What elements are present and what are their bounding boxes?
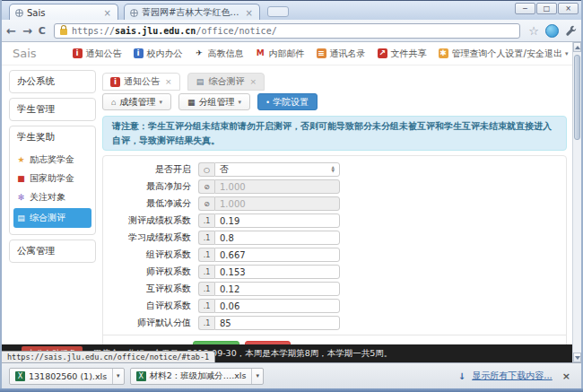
- field-input-eval-score-weight[interactable]: [214, 213, 340, 228]
- tab-close-icon[interactable]: ×: [165, 77, 172, 86]
- nav-item-6[interactable]: ✱管理查询: [439, 48, 488, 60]
- bookmark-star-icon[interactable]: ☆: [528, 25, 539, 37]
- sidebar-section-header-student-management[interactable]: 学生管理: [10, 99, 95, 120]
- field-input-group-eval-weight[interactable]: [214, 248, 340, 262]
- plane-icon: ✈: [195, 48, 204, 58]
- sidebar-item-comprehensive-evaluation[interactable]: ▤综合测评: [13, 208, 91, 228]
- url-text: https://sais.jlu.edu.cn/office/notice/: [72, 26, 277, 36]
- back-button[interactable]: ←: [6, 25, 16, 37]
- sidebar-section-header-office-system[interactable]: 办公系统: [10, 71, 95, 92]
- nav-item-5[interactable]: ↗文件共享: [378, 48, 427, 60]
- triangle-down-icon: ▼: [332, 170, 335, 173]
- tab-close-icon[interactable]: ×: [245, 8, 254, 18]
- extension-icon[interactable]: [545, 24, 559, 38]
- close-button[interactable]: ×: [558, 3, 579, 14]
- scrollbar-thumb[interactable]: [574, 55, 580, 140]
- wrench-menu-icon[interactable]: [565, 25, 577, 37]
- field-input-peer-eval-weight[interactable]: [214, 282, 340, 296]
- sidebar-section-header-student-awards[interactable]: 学生奖助: [10, 126, 95, 148]
- settings-panel: 是否开启○否▲▼最高净加分⊘最低净减分⊘测评成绩权系数.1学习成绩权系数.1组评…: [102, 155, 567, 344]
- tab-close-icon[interactable]: ×: [103, 8, 112, 18]
- form-actions: ✔ 设置 ✖ 重置: [103, 335, 566, 344]
- field-input-study-score-weight[interactable]: [214, 231, 340, 245]
- form-row-enable: 是否开启○否▲▼: [109, 162, 561, 177]
- sidebar-section-items: ★励志奖学金■国家助学金✻关注对象▤综合测评: [10, 148, 95, 234]
- form-row-min-net-sub: 最低净减分⊘: [109, 196, 561, 211]
- url-path: /office/notice/: [196, 26, 276, 36]
- sidebar-section-header-apartment-management[interactable]: 公寓管理: [10, 240, 95, 262]
- tab-close-icon[interactable]: ×: [250, 77, 257, 86]
- user-menu[interactable]: 个人设置/安全退出 ▾: [488, 48, 569, 60]
- download-item-menu-caret[interactable]: ▾: [251, 369, 263, 384]
- field-input-teacher-default-score[interactable]: [214, 316, 340, 330]
- browser-tab-sais[interactable]: Sais ×: [9, 4, 118, 21]
- download-bar-close-icon[interactable]: ×: [559, 370, 574, 382]
- nav-item-label: 通讯名录: [330, 48, 366, 60]
- input-group-study-score-weight: .1: [198, 231, 340, 245]
- field-label-min-net-sub: 最低净减分: [109, 197, 198, 210]
- file-share-icon: ↗: [378, 48, 387, 58]
- input-group-teacher-default-score: .1: [198, 316, 340, 330]
- download-filename: 材料2：班级加减分….xls: [150, 370, 247, 382]
- scroll-down-arrow[interactable]: [573, 353, 581, 362]
- college-settings-button[interactable]: •学院设置: [257, 93, 318, 110]
- address-bar[interactable]: https://sais.jlu.edu.cn/office/notice/: [54, 23, 520, 39]
- triangle-up-icon: [575, 46, 580, 49]
- input-group-min-net-sub: ⊘: [198, 196, 340, 211]
- download-item-main[interactable]: X材料2：班级加减分….xls: [131, 369, 252, 384]
- download-item-0[interactable]: X131802560 (1).xls▾: [9, 368, 125, 385]
- show-all-downloads-link[interactable]: 显示所有下载内容...: [472, 370, 553, 382]
- scroll-up-arrow[interactable]: [573, 42, 581, 52]
- nav-item-label: 通知公告: [86, 48, 122, 60]
- nav-item-4[interactable]: ≡通讯名录: [317, 48, 366, 60]
- announcement-icon: i: [110, 77, 120, 87]
- field-input-max-net-add[interactable]: [214, 179, 340, 194]
- download-filename: 131802560 (1).xls: [29, 371, 107, 381]
- decimal-addon: .1: [198, 248, 214, 262]
- download-item-1[interactable]: X材料2：班级加减分….xls▾: [130, 368, 264, 385]
- maximize-button[interactable]: □: [536, 3, 557, 14]
- window-frame-left: [0, 0, 2, 392]
- minimize-button[interactable]: ─: [515, 3, 535, 14]
- disabled-icon: ⊘: [198, 179, 214, 194]
- page-viewport: Sais i通知公告i校内办公✈高教信息M内部邮件≡通讯名录↗文件共享✱管理查询…: [2, 42, 581, 362]
- campus-office-icon: i: [134, 48, 144, 58]
- form-row-peer-eval-weight: 互评权系数.1: [109, 282, 561, 296]
- field-label-teacher-default-score: 师评默认分值: [109, 317, 198, 329]
- browser-tab-jlu-site[interactable]: 菁园网#吉林大学红色网站# ×: [124, 4, 260, 21]
- window-frame-bottom: [0, 388, 583, 392]
- decimal-addon: .1: [198, 299, 214, 313]
- nav-item-label: 校内办公: [147, 48, 183, 60]
- nav-item-3[interactable]: M内部邮件: [256, 48, 305, 60]
- download-item-main[interactable]: X131802560 (1).xls: [10, 369, 112, 384]
- score-management-button[interactable]: ⌂成绩管理▾: [102, 93, 171, 110]
- tab-evaluation[interactable]: ▤综合测评×: [187, 73, 265, 91]
- download-bar-right: ↓ 显示所有下载内容... ×: [458, 370, 574, 382]
- field-input-self-eval-weight[interactable]: [214, 299, 340, 313]
- sidebar-item-inspiration-scholarship[interactable]: ★励志奖学金: [13, 152, 91, 168]
- nav-item-1[interactable]: i校内办公: [134, 48, 183, 60]
- globe-favicon: [15, 9, 23, 17]
- field-select-enable[interactable]: 否▲▼: [214, 162, 340, 177]
- sidebar-item-national-grant[interactable]: ■国家助学金: [13, 170, 91, 187]
- ssl-warning-lock-icon: [60, 29, 67, 35]
- download-item-menu-caret[interactable]: ▾: [112, 369, 124, 384]
- tab-notice[interactable]: i通知公告×: [102, 73, 180, 91]
- new-tab-button[interactable]: [267, 6, 289, 17]
- sidebar-item-watch-targets[interactable]: ✻关注对象: [13, 189, 91, 205]
- url-host: sais.jlu.edu.cn: [115, 26, 196, 36]
- input-group-eval-score-weight: .1: [198, 213, 340, 228]
- forward-button[interactable]: →: [22, 25, 32, 37]
- sidebar-section-student-management: 学生管理: [9, 98, 96, 121]
- group-management-button[interactable]: ▦分组管理▾: [178, 93, 250, 110]
- select-arrows-icon: ▲▼: [332, 166, 335, 173]
- reload-button[interactable]: C: [39, 26, 46, 36]
- nav-item-2[interactable]: ✈高教信息: [195, 48, 244, 60]
- vertical-scrollbar[interactable]: [572, 42, 581, 362]
- field-input-teacher-eval-weight[interactable]: [214, 265, 340, 279]
- field-label-self-eval-weight: 自评权系数: [109, 300, 198, 312]
- nav-item-0[interactable]: i通知公告: [73, 48, 122, 60]
- field-input-min-net-sub[interactable]: [214, 196, 340, 211]
- site-brand[interactable]: Sais: [13, 47, 37, 60]
- star-icon: ★: [16, 155, 26, 164]
